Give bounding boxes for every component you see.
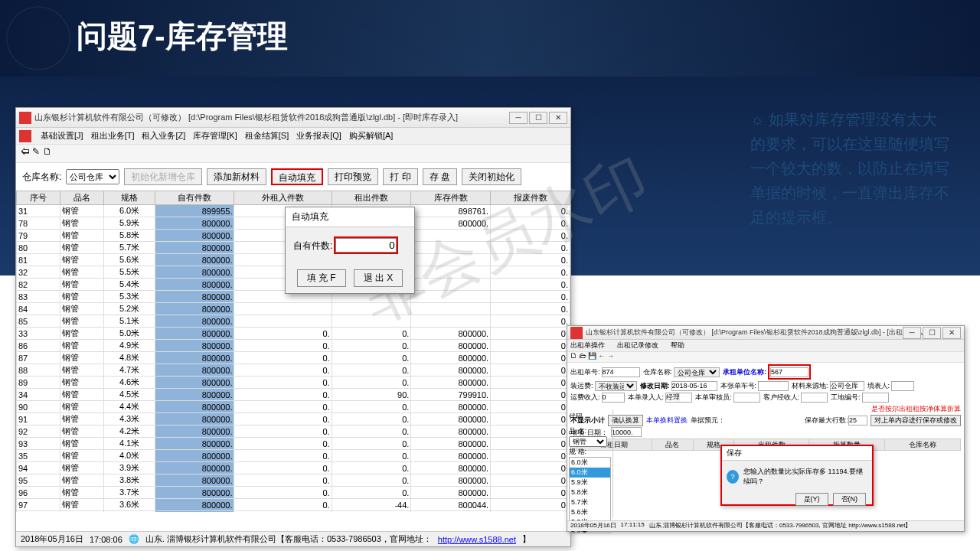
close-init-button[interactable]: 关闭初始化 xyxy=(462,168,521,185)
status-bar: 2018年05月16日 17:08:06 🌐 山东. 淄博银杉计算机软件有限公司… xyxy=(16,531,570,546)
unit-input[interactable] xyxy=(770,367,808,377)
save-button[interactable]: 存 盘 xyxy=(423,168,457,185)
toolbar: 仓库名称: 公司仓库 初始化新增仓库 添加新材料 自动填充 打印预览 打 印 存… xyxy=(16,163,570,191)
menu-item[interactable]: 业务报表[Q] xyxy=(296,131,341,140)
main-app-window: 山东银杉计算机软件有限公司（可修改） [d:\Program Files\银杉租… xyxy=(15,107,571,547)
tree-name-select[interactable]: 钢管 xyxy=(569,436,607,447)
own-count-label: 自有件数: xyxy=(293,240,332,251)
small-form: 出租单号: 仓库名称:公司仓库 承租单位名称: 装运费:不收装运费 修改日期: … xyxy=(567,363,964,452)
small-menu-bar: 出租单操作出租记录修改帮助 xyxy=(567,340,964,352)
small-menu-item[interactable]: 出租单操作 xyxy=(570,341,605,350)
small-warehouse-select[interactable]: 公司仓库 xyxy=(674,367,720,377)
print-preview-button[interactable]: 打印预览 xyxy=(328,168,378,185)
menu-icon xyxy=(19,130,31,142)
own-count-input[interactable] xyxy=(335,238,397,253)
autofill-button[interactable]: 自动填充 xyxy=(271,168,323,185)
max-input[interactable] xyxy=(848,416,867,425)
confirm-title: 保存 xyxy=(722,446,872,461)
toolbar-icons: 🢠 ✎ 🗋 xyxy=(16,145,570,163)
annotation-text: ☼如果对库存管理没有太大的要求，可以在这里随便填写一个较大的数，以防止在填写单据… xyxy=(750,107,949,230)
website-link[interactable]: http://www.s1588.net xyxy=(438,535,516,544)
small-maximize-button[interactable]: ☐ xyxy=(923,327,941,339)
table-row[interactable]: 35钢管4.0米800000.0.0.800000.0. xyxy=(17,450,570,462)
add-material-button[interactable]: 添加新材料 xyxy=(207,168,266,185)
tree-panel: 代码 品 名: 钢管 规 格: 6.0米6.0米5.9米5.8米5.7米5.6米… xyxy=(567,410,613,517)
fill-button[interactable]: 填 充 F xyxy=(297,269,346,287)
edit-date-input[interactable] xyxy=(671,381,717,391)
confirm-text: 您输入的数量比实际库存多 11194.要继续吗？ xyxy=(743,467,867,487)
out-no-input[interactable] xyxy=(602,367,640,377)
menu-item[interactable]: 购买解锁[A] xyxy=(349,131,393,140)
table-row[interactable]: 97钢管3.6米800000.0.-44.800044.0. xyxy=(17,499,570,511)
date2-input[interactable] xyxy=(611,427,642,437)
check-input[interactable] xyxy=(733,393,760,403)
table-row[interactable]: 34钢管4.5米800000.0.90.799910.0. xyxy=(17,389,570,401)
minimize-button[interactable]: ─ xyxy=(509,112,528,124)
table-row[interactable]: 86钢管4.9米800000.0.0.800000.0. xyxy=(17,340,570,352)
table-row[interactable]: 89钢管4.6米800000.0.0.800000.0. xyxy=(17,377,570,389)
app-icon xyxy=(19,112,31,124)
table-row[interactable]: 38钢管3.5米800000.0.67.799933.0. xyxy=(17,511,570,513)
maximize-button[interactable]: ☐ xyxy=(529,112,547,124)
small-menu-item[interactable]: 出租记录修改 xyxy=(617,341,658,350)
menu-bar: 基础设置[J]租出业务[T]租入业务[Z]库存管理[K]租金结算[S]业务报表[… xyxy=(16,128,570,145)
fee-input[interactable] xyxy=(602,393,625,403)
spec-item[interactable]: 5.9米 xyxy=(570,478,610,487)
confirm-dialog: 保存 ? 您输入的数量比实际库存多 11194.要继续吗？ 是(Y) 否(N) xyxy=(720,445,874,506)
close-button[interactable]: ✕ xyxy=(549,112,567,124)
spec-item[interactable]: 5.8米 xyxy=(570,487,610,497)
table-row[interactable]: 87钢管4.8米800000.0.0.800000.0. xyxy=(17,352,570,364)
table-row[interactable]: 94钢管3.9米800000.0.0.800000.0. xyxy=(17,462,570,474)
table-row[interactable]: 85钢管5.1米800000.0. xyxy=(17,315,570,328)
menu-item[interactable]: 租出业务[T] xyxy=(91,131,135,140)
exit-button[interactable]: 退 出 X xyxy=(354,269,403,287)
no-button[interactable]: 否(N) xyxy=(833,493,867,506)
autofill-dialog: 自动填充 自有件数: 填 充 F 退 出 X xyxy=(285,207,415,294)
menu-item[interactable]: 库存管理[K] xyxy=(193,131,237,140)
small-minimize-button[interactable]: ─ xyxy=(903,327,921,339)
yes-button[interactable]: 是(Y) xyxy=(795,493,828,506)
table-row[interactable]: 88钢管4.7米800000.0.0.800000.0. xyxy=(17,364,570,377)
table-row[interactable]: 93钢管4.1米800000.0.0.800000.0. xyxy=(17,438,570,450)
income-input[interactable] xyxy=(801,393,828,403)
table-row[interactable]: 95钢管3.8米800000.0.0.800000.0. xyxy=(17,474,570,487)
small-close-button[interactable]: ✕ xyxy=(942,327,961,339)
small-toolbar: 🗋 🗁 💾 ← → xyxy=(567,352,964,363)
small-title-bar: 山东银杉计算机软件有限公司（可修改） [d:\Program Files\银杉租… xyxy=(567,326,964,340)
site-input[interactable] xyxy=(862,393,889,403)
table-row[interactable]: 33钢管5.0米800000.0.0.800000.0. xyxy=(17,328,570,340)
table-row[interactable]: 96钢管3.7米800000.0.0.800000.0. xyxy=(17,487,570,499)
slide-title: 问题7-库存管理 xyxy=(77,15,288,57)
spec-item[interactable]: 6.0米 xyxy=(570,458,610,468)
car-input[interactable] xyxy=(758,381,789,391)
spec-item[interactable]: 5.7米 xyxy=(570,497,610,507)
small-app-icon xyxy=(570,327,583,339)
secondary-app-window: 山东银杉计算机软件有限公司（可修改） [d:\Program Files\银杉租… xyxy=(567,325,965,532)
warehouse-select[interactable]: 公司仓库 xyxy=(66,169,119,184)
bullet-icon: ☼ xyxy=(750,107,764,132)
spec-item[interactable]: 5.6米 xyxy=(570,507,610,517)
warehouse-label: 仓库名称: xyxy=(22,171,61,184)
table-row[interactable]: 90钢管4.4米800000.0.0.800000.0. xyxy=(17,401,570,413)
print-button[interactable]: 打 印 xyxy=(383,168,417,185)
src-input[interactable] xyxy=(830,381,864,391)
load-select[interactable]: 不收装运费 xyxy=(595,381,637,391)
table-row[interactable]: 91钢管4.3米800000.0.0.800000.0. xyxy=(17,413,570,425)
table-row[interactable]: 84钢管5.2米800000.0. xyxy=(17,303,570,315)
question-icon: ? xyxy=(727,470,739,484)
menu-item[interactable]: 基础设置[J] xyxy=(41,131,83,140)
menu-item[interactable]: 租金结算[S] xyxy=(245,131,289,140)
menu-item[interactable]: 租入业务[Z] xyxy=(142,131,185,140)
title-bar: 山东银杉计算机软件有限公司（可修改） [d:\Program Files\银杉租… xyxy=(16,108,570,128)
dialog-title: 自动填充 xyxy=(286,207,414,227)
mgr-input[interactable] xyxy=(665,393,692,403)
spec-item[interactable]: 6.0米 xyxy=(570,468,610,478)
entry-input[interactable] xyxy=(891,381,914,391)
red-note: 是否按尔出租租按净体算折算 xyxy=(871,403,961,414)
init-button[interactable]: 初始化新增仓库 xyxy=(124,168,202,185)
small-status-bar: 2018年05月16日17:11:15山东.淄博银杉计算机软件有限公司【客服电话… xyxy=(567,520,964,531)
save-row-button[interactable]: 对上单内容进行保存或修改 xyxy=(871,415,961,426)
table-row[interactable]: 92钢管4.2米800000.0.0.800000.0. xyxy=(17,425,570,438)
small-menu-item[interactable]: 帮助 xyxy=(671,341,684,350)
